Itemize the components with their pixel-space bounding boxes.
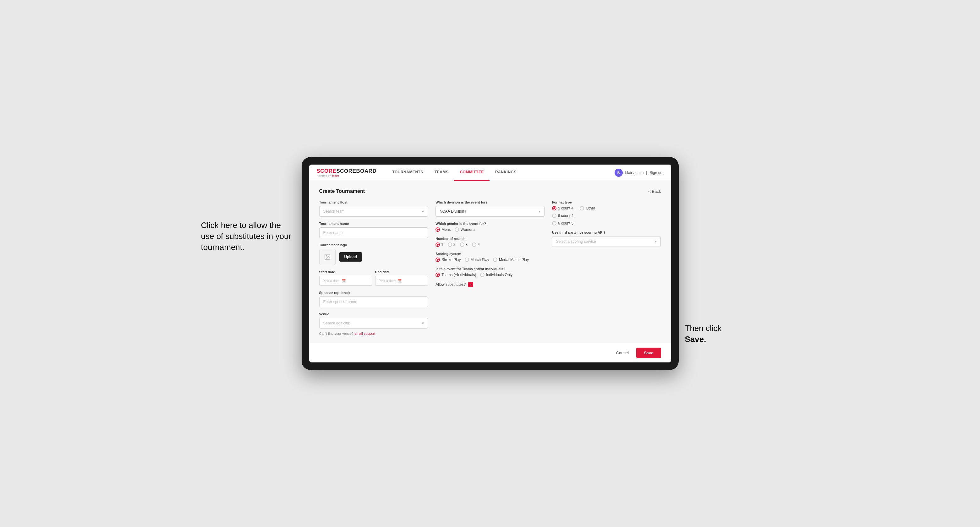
rounds-3[interactable]: 3 xyxy=(460,243,468,247)
rounds-1[interactable]: 1 xyxy=(436,243,443,247)
format-row-1: 5 count 4 Other xyxy=(552,206,661,210)
gender-womens-radio[interactable] xyxy=(455,227,459,232)
venue-chevron-icon: ▾ xyxy=(422,321,424,325)
scoring-api-select[interactable]: Select a scoring service ▾ xyxy=(552,236,661,247)
rounds-2[interactable]: 2 xyxy=(448,243,456,247)
rounds-1-radio[interactable] xyxy=(436,243,440,247)
venue-input[interactable]: ▾ xyxy=(319,318,428,329)
venue-text[interactable] xyxy=(323,321,422,325)
end-date-label: End date xyxy=(375,270,428,274)
email-support-link[interactable]: email support xyxy=(355,332,375,335)
logo-board: SCOREBOARD xyxy=(336,168,376,174)
page-title: Create Tournament xyxy=(319,189,365,194)
event-type-teams-radio[interactable] xyxy=(436,273,440,277)
format-other-radio[interactable] xyxy=(580,206,584,210)
format-5count4-radio[interactable] xyxy=(552,206,557,210)
nav-tournaments[interactable]: TOURNAMENTS xyxy=(387,165,429,181)
app: SCORESCOREBOARD Powered by clippd TOURNA… xyxy=(309,165,671,362)
nav-teams[interactable]: TEAMS xyxy=(429,165,454,181)
scoring-match-radio[interactable] xyxy=(465,257,469,262)
tournament-name-text[interactable] xyxy=(323,230,424,235)
scoring-medal-radio[interactable] xyxy=(493,257,497,262)
tournament-host-input[interactable]: ▾ xyxy=(319,206,428,217)
end-date-calendar-icon: 📅 xyxy=(398,279,402,283)
page-content: Create Tournament Back Tournament Host ▾ xyxy=(309,181,671,343)
scoring-stroke-radio[interactable] xyxy=(436,257,440,262)
logo-powered-by: Powered by clippd xyxy=(317,174,377,177)
user-name: blair admin xyxy=(625,171,644,175)
rounds-1-label: 1 xyxy=(441,243,443,247)
date-row: Start date Pick a date 📅 End date xyxy=(319,270,428,286)
start-date-input[interactable]: Pick a date 📅 xyxy=(319,276,372,286)
format-other-label: Other xyxy=(585,206,595,210)
sponsor-input[interactable] xyxy=(319,297,428,307)
scoring-match[interactable]: Match Play xyxy=(465,257,489,262)
tablet-screen: SCORESCOREBOARD Powered by clippd TOURNA… xyxy=(309,165,671,362)
rounds-3-radio[interactable] xyxy=(460,243,465,247)
division-group: Which division is the event for? NCAA Di… xyxy=(436,200,544,217)
tournament-name-input[interactable] xyxy=(319,227,428,238)
event-type-individuals-radio[interactable] xyxy=(480,273,485,277)
scoring-match-label: Match Play xyxy=(471,257,489,262)
rounds-2-radio[interactable] xyxy=(448,243,452,247)
tournament-name-group: Tournament name xyxy=(319,222,428,238)
format-6count5[interactable]: 6 count 5 xyxy=(552,221,661,225)
back-button[interactable]: Back xyxy=(648,189,661,194)
end-date-group: End date Pick a date 📅 xyxy=(375,270,428,286)
venue-group: Venue ▾ Can't find your venue? email sup… xyxy=(319,312,428,335)
save-button[interactable]: Save xyxy=(636,348,661,358)
rounds-2-label: 2 xyxy=(453,243,456,247)
sign-out-link[interactable]: Sign out xyxy=(649,171,663,175)
event-type-radio-group: Teams (+Individuals) Individuals Only xyxy=(436,273,544,277)
gender-radio-group: Mens Womens xyxy=(436,227,544,232)
logo-score: SCORE xyxy=(317,168,337,174)
venue-hint: Can't find your venue? email support xyxy=(319,332,428,335)
allow-subs-checkbox[interactable]: ✓ xyxy=(468,282,473,287)
start-date-group: Start date Pick a date 📅 xyxy=(319,270,372,286)
scoring-stroke[interactable]: Stroke Play xyxy=(436,257,461,262)
format-5count4[interactable]: 5 count 4 xyxy=(552,206,573,210)
nav-user-area: B blair admin | Sign out xyxy=(614,169,663,177)
logo-area: SCORESCOREBOARD Powered by clippd xyxy=(317,168,377,177)
event-type-label: Is this event for Teams and/or Individua… xyxy=(436,267,544,271)
gender-mens-radio[interactable] xyxy=(436,227,440,232)
gender-womens-label: Womens xyxy=(461,227,476,232)
rounds-4-radio[interactable] xyxy=(472,243,476,247)
format-type-group: Format type 5 count 4 xyxy=(552,200,661,225)
upload-button[interactable]: Upload xyxy=(339,252,362,262)
end-date-text: Pick a date xyxy=(379,279,396,283)
format-6count4[interactable]: 6 count 4 xyxy=(552,214,661,218)
app-logo: SCORESCOREBOARD xyxy=(317,168,377,174)
format-other[interactable]: Other xyxy=(580,206,595,210)
rounds-4[interactable]: 4 xyxy=(472,243,480,247)
scoring-medal-label: Medal Match Play xyxy=(499,257,529,262)
gender-group: Which gender is the event for? Mens Wome… xyxy=(436,222,544,232)
logo-placeholder xyxy=(319,249,336,265)
gender-mens-label: Mens xyxy=(441,227,450,232)
gender-mens[interactable]: Mens xyxy=(436,227,450,232)
form-footer: Cancel Save xyxy=(309,343,671,362)
nav-rankings[interactable]: RANKINGS xyxy=(490,165,522,181)
gender-womens[interactable]: Womens xyxy=(455,227,476,232)
page-header: Create Tournament Back xyxy=(319,189,661,194)
format-6count5-radio[interactable] xyxy=(552,221,557,225)
navbar: SCORESCOREBOARD Powered by clippd TOURNA… xyxy=(309,165,671,181)
scoring-medal[interactable]: Medal Match Play xyxy=(493,257,529,262)
format-6count4-radio[interactable] xyxy=(552,214,557,218)
tournament-host-text[interactable] xyxy=(323,209,422,214)
format-6count5-label: 6 count 5 xyxy=(558,221,573,225)
format-6count4-label: 6 count 4 xyxy=(558,214,573,218)
end-date-input[interactable]: Pick a date 📅 xyxy=(375,276,428,286)
host-chevron-icon: ▾ xyxy=(422,209,424,214)
division-select[interactable]: NCAA Division I ▾ xyxy=(436,206,544,217)
scoring-group: Scoring system Stroke Play Match Play xyxy=(436,252,544,262)
nav-committee[interactable]: COMMITTEE xyxy=(454,165,490,181)
rounds-3-label: 3 xyxy=(466,243,468,247)
tournament-host-label: Tournament Host xyxy=(319,200,428,204)
cancel-button[interactable]: Cancel xyxy=(612,348,633,358)
scoring-label: Scoring system xyxy=(436,252,544,256)
sponsor-text[interactable] xyxy=(323,300,424,304)
event-type-teams[interactable]: Teams (+Individuals) xyxy=(436,273,476,277)
format-type-label: Format type xyxy=(552,200,661,204)
event-type-individuals[interactable]: Individuals Only xyxy=(480,273,513,277)
